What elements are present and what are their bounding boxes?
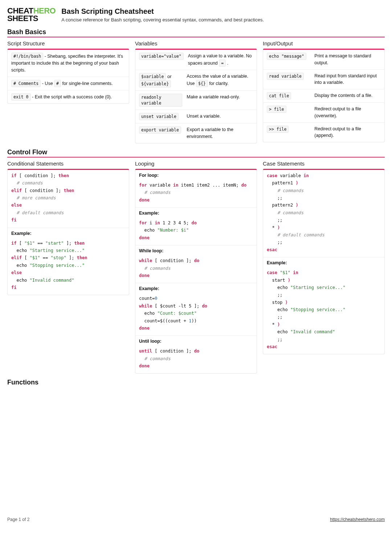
col-variables: Variables variable="value" Assign a valu… [135, 40, 257, 143]
subheading: For loop: [135, 170, 257, 179]
card-title: Input/Output [263, 40, 385, 46]
section-heading-control: Control Flow [7, 148, 385, 158]
table-row: echo "message"Print a message to standar… [263, 50, 384, 70]
code-inline: # Comments [11, 80, 41, 87]
card-title: Variables [135, 40, 257, 46]
card-case: case variable in pattern1 ) # commands ;… [263, 169, 385, 355]
table-row: $variable or ${variable} Access the valu… [135, 70, 257, 91]
code-block: count=0 while [ $count -lt 5 ]; do echo … [135, 293, 257, 335]
code-inline: ${variable} [139, 80, 171, 87]
footer-link[interactable]: https://cheatsheetshero.com [330, 517, 385, 522]
list-item: #!/bin/bash - Shebang, specifies the int… [8, 50, 129, 77]
text: or [166, 74, 171, 79]
code-inline: #!/bin/bash [11, 53, 43, 60]
col-script-structure: Script Structure #!/bin/bash - Shebang, … [7, 40, 129, 104]
code-inline: $variable [139, 73, 166, 80]
card-io: echo "message"Print a message to standar… [263, 49, 385, 142]
table-row: read variableRead input from standard in… [263, 70, 384, 90]
table-row: readonly variable Make a variable read-o… [135, 91, 257, 110]
col-looping: Looping For loop: for variable in item1 … [135, 160, 257, 374]
subheading: Until loop: [135, 335, 257, 345]
list-item: # Comments - Use # for single-line comme… [8, 77, 129, 90]
code-inline: read variable [267, 73, 304, 80]
card-variables: variable="value" Assign a value to a var… [135, 49, 257, 143]
page-footer: Page 1 of 2 https://cheatsheetshero.com [7, 390, 385, 522]
code-inline: unset variable [139, 113, 179, 120]
text: Export a variable to the environment. [187, 126, 253, 140]
code-inline: export variable [139, 126, 181, 134]
col-case: Case Statements case variable in pattern… [263, 160, 385, 355]
text: - Use [41, 81, 54, 86]
section-heading-functions: Functions [7, 379, 385, 387]
section-heading-basics: Bash Basics [7, 28, 385, 37]
code-block: for i in 1 2 3 4 5; do echo "Number: $i"… [135, 217, 257, 245]
subheading: Example: [8, 228, 129, 237]
card-conditional: if [ condition ]; then # commands elif [… [7, 169, 129, 295]
text: for clarity. [208, 81, 229, 86]
code-block: if [ condition ]; then # commands elif [… [8, 170, 129, 228]
table-row: > fileRedirect output to a file (overwri… [263, 103, 384, 123]
page-title: Bash Scripting Cheatsheet [61, 7, 264, 16]
code-block: for variable in item1 item2 ... itemN; d… [135, 179, 257, 207]
text: Make a variable read-only. [187, 94, 253, 101]
card-title: Script Structure [7, 40, 129, 46]
text: Redirect output to a file (overwrite). [314, 106, 381, 119]
title-block: Bash Scripting Cheatsheet A concise refe… [61, 7, 264, 23]
text: - Exit the script with a success code (0… [31, 94, 112, 99]
card-script-structure: #!/bin/bash - Shebang, specifies the int… [7, 49, 129, 104]
text: Unset a variable. [187, 113, 253, 120]
text: for single-line comments. [61, 81, 113, 86]
subheading: While loop: [135, 245, 257, 255]
section-control-row: Conditional Statements if [ condition ];… [7, 160, 385, 374]
page-header: CHEATHERO SHEETS Bash Scripting Cheatshe… [7, 7, 385, 23]
table-row: cat fileDisplay the contents of a file. [263, 89, 384, 103]
table-row: variable="value" Assign a value to a var… [135, 50, 257, 70]
code-inline: ${} [196, 80, 208, 87]
code-inline: > file [267, 106, 286, 113]
table-row: >> fileRedirect output to a file (append… [263, 123, 384, 142]
code-inline: readonly variable [139, 94, 182, 107]
logo: CHEATHERO SHEETS [7, 7, 56, 23]
list-item: exit 0 - Exit the script with a success … [8, 90, 129, 103]
code-block: case "$1" in start ) echo "Starting serv… [263, 267, 384, 354]
code-block: if [ "$1" == "start" ]; then echo "Start… [8, 237, 129, 295]
col-conditional: Conditional Statements if [ condition ];… [7, 160, 129, 295]
page-number: Page 1 of 2 [7, 517, 29, 522]
table-row: export variable Export a variable to the… [135, 123, 257, 143]
text: . [226, 61, 228, 66]
logo-text: SHEETS [7, 14, 38, 23]
text: Display the contents of a file. [314, 92, 381, 99]
code-block: while [ condition ]; do # commands done [135, 255, 257, 283]
code-inline: = [219, 60, 226, 67]
text: Print a message to standard output. [314, 53, 381, 66]
section-basics-row: Script Structure #!/bin/bash - Shebang, … [7, 40, 385, 143]
card-title: Case Statements [263, 160, 385, 167]
code-inline: >> file [267, 126, 289, 133]
text: Redirect output to a file (append). [314, 126, 381, 139]
code-block: case variable in pattern1 ) # commands ;… [263, 170, 384, 257]
code-inline: echo "message" [267, 53, 306, 60]
table-row: unset variable Unset a variable. [135, 110, 257, 123]
code-block: until [ condition ]; do # commands done [135, 345, 257, 373]
card-title: Conditional Statements [7, 160, 129, 167]
code-inline: cat file [267, 92, 291, 99]
subheading: Example: [135, 207, 257, 217]
text: Read input from standard input into a va… [314, 73, 381, 86]
code-inline: variable="value" [139, 53, 184, 60]
card-title: Looping [135, 160, 257, 167]
code-inline: exit 0 [11, 93, 31, 101]
col-io: Input/Output echo "message"Print a messa… [263, 40, 385, 142]
code-inline: # [54, 80, 61, 87]
subheading: Example: [135, 283, 257, 293]
page-subtitle: A concise reference for Bash scripting, … [61, 17, 264, 23]
card-looping: For loop: for variable in item1 item2 ..… [135, 169, 257, 374]
subheading: Example: [263, 257, 384, 267]
